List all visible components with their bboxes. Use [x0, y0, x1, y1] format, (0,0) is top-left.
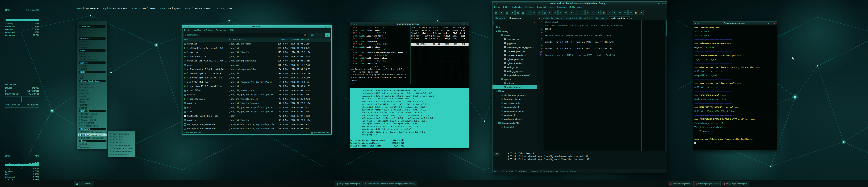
menu-item[interactable]: Paramètres › — [77, 103, 107, 106]
clear-icon[interactable]: ⊗ — [533, 22, 535, 24]
task-button[interactable]: FSearch — [81, 181, 94, 186]
menu-item[interactable]: Graphisme › — [77, 89, 107, 91]
shade-icon[interactable] — [188, 26, 189, 28]
toolbar-button[interactable]: ▾ — [499, 10, 504, 15]
task-button[interactable]: scale-hdmi.sh - /home/kraynux/.config/op… — [363, 181, 417, 186]
toolbar-button[interactable]: ⊖ — [564, 10, 568, 15]
menu-item[interactable]: Multimédia › — [77, 91, 107, 95]
close-button[interactable] — [329, 26, 330, 28]
menu-item[interactable]: Accessoires › — [77, 83, 107, 86]
menu-entry[interactable]: Aide — [230, 29, 234, 32]
menu-item[interactable]: PcmanFiles › — [77, 55, 107, 58]
toolbar-button[interactable]: ▤ — [494, 10, 498, 15]
toolbar-button[interactable]: ▾ — [612, 10, 617, 15]
submenu-item[interactable]: SCREEN Resolution — [108, 150, 135, 153]
shade-icon[interactable] — [356, 23, 357, 25]
menu-item[interactable]: DISPLAY Management › — [78, 134, 107, 137]
resources-titlebar[interactable]: Ressources système — [693, 22, 777, 25]
tree-item[interactable]: ▾ display-management.sh — [493, 93, 537, 97]
menu-entry[interactable]: Construire — [557, 6, 566, 8]
expander-icon[interactable]: ▾ — [496, 90, 498, 92]
menu-entry[interactable]: Éditer — [503, 6, 509, 8]
expander-icon[interactable]: ▾ — [499, 35, 500, 36]
menu-item[interactable]: Bureautique › — [77, 98, 107, 101]
menu-item[interactable]: CLEAN Network › — [77, 118, 107, 121]
menu-entry[interactable]: Affichage — [525, 6, 534, 8]
tree-item[interactable]: ▾ right-append.csv — [493, 57, 537, 61]
table-row[interactable]: qt6-webengine-6.10.2-1-x86_64.p... /var/… — [182, 67, 332, 72]
task-button[interactable]: Ressources système — [668, 181, 692, 186]
menu-search-input[interactable] — [81, 22, 102, 24]
close-button[interactable] — [466, 23, 468, 25]
table-row[interactable]: librustdesk.so /usr/share/rustdesk/lib 4… — [182, 97, 332, 101]
editor-scrollbar[interactable] — [665, 20, 667, 151]
menu-item[interactable]: DESKTOP Configuration › — [77, 137, 107, 139]
tree-item[interactable]: ▾ places-prepend.csv — [493, 53, 537, 57]
column-header[interactable]: Date de modification▲ — [289, 38, 332, 42]
toolbar-button[interactable]: ↶ — [548, 10, 552, 15]
menu-item[interactable]: Firefox › — [77, 40, 107, 43]
toolbar-button[interactable]: ✋ — [634, 10, 638, 15]
minimize-button[interactable] — [658, 2, 659, 4]
menu-entry[interactable]: Aide — [578, 6, 582, 8]
table-row[interactable]: omni.ja /usr/lib/firefox/browser 46,1 Mo… — [182, 101, 332, 106]
maximize-button[interactable] — [463, 23, 465, 25]
close-button[interactable] — [664, 2, 666, 4]
tabs-scroll-right-icon[interactable]: ▶ — [630, 17, 633, 19]
sidebar-tab[interactable]: Documents — [507, 16, 523, 20]
toolbar-button[interactable]: ⧉ — [532, 10, 536, 15]
table-row[interactable]: libwebkit2gtk-4.0.so.37.74.8 /usr/lib 88… — [182, 76, 332, 80]
maximize-button[interactable] — [661, 2, 663, 4]
toolbar-button[interactable]: ⇱ — [623, 10, 627, 15]
submenu-item[interactable]: WINDOWS replace — [108, 144, 135, 147]
fsearch-titlebar[interactable]: FSearch — [182, 25, 332, 28]
menu-item[interactable]: Other › — [79, 140, 106, 142]
tree-item[interactable]: ▾ vpn-pipe.sh — [493, 113, 537, 117]
menu-launcher-button[interactable]: ▦ — [74, 181, 80, 186]
menu-item[interactable]: Note › — [79, 71, 106, 73]
submenu-item[interactable]: CALIBRATE No Ghost — [108, 147, 135, 150]
menu-item[interactable]: Files › — [79, 49, 106, 52]
menu-item[interactable]: Keybindings › — [77, 143, 107, 146]
expander-icon[interactable]: ▾ — [499, 78, 500, 80]
menu-item[interactable]: STATUS Network › — [77, 113, 107, 115]
table-row[interactable]: libQt6WebEngineCore.so.6.10.2 /usr/lib 1… — [182, 46, 332, 50]
shade-icon[interactable] — [700, 22, 701, 24]
toolbar-button[interactable]: ▧ — [521, 10, 525, 15]
toolbar-button[interactable]: ✂ — [537, 10, 541, 15]
shade-icon[interactable] — [496, 2, 497, 4]
menu-item[interactable]: Autres › — [77, 101, 107, 103]
menu-entry[interactable]: Outils — [569, 6, 575, 8]
editor-tab[interactable]: superclick-desktop.conf✕ — [564, 16, 592, 20]
menu-entry[interactable]: Document — [536, 6, 546, 8]
tree-item[interactable]: ▾ jgtype.csv — [493, 41, 537, 45]
toolbar-button[interactable]: ← — [575, 10, 579, 15]
toolbar-button[interactable]: ⚙ — [585, 10, 590, 15]
tree-item[interactable]: ▾ bin — [493, 89, 537, 93]
maximize-button[interactable] — [325, 26, 327, 28]
search-input[interactable] — [187, 34, 303, 36]
table-row[interactable]: nordvpn_4.4.0_amd64.deb /home/kraynux/.c… — [182, 122, 332, 127]
tree-item[interactable]: ▾ right-prepend.csv — [493, 61, 537, 65]
menu-item[interactable]: Kitty › — [77, 34, 107, 37]
submenu-item[interactable]: SCREEN Position — [108, 153, 135, 156]
toolbar-button[interactable]: ⇲ — [628, 10, 633, 15]
menu-entry[interactable]: Affichage — [204, 29, 213, 32]
menu-item[interactable]: MACHINE Ressources › — [77, 130, 107, 134]
submenu-item[interactable]: HDMI-LVDS — [108, 141, 135, 144]
tree-item[interactable]: ▾ .config — [493, 30, 537, 33]
column-header[interactable]: Chemin d'accès▲ — [228, 38, 274, 42]
menu-entry[interactable]: Fichier — [494, 6, 500, 8]
menu-item[interactable]: Terminator › — [77, 28, 107, 31]
submenu-item[interactable]: VGA-LVDS — [108, 138, 135, 141]
toolbar-button[interactable]: ↺ — [526, 10, 531, 15]
menu-item[interactable]: Développement › — [77, 86, 107, 89]
menu-item[interactable]: Geany › — [77, 65, 107, 67]
menu-item[interactable]: Falkon › — [77, 46, 107, 49]
tree-item[interactable]: ▾ scale-hdmi.sh — [493, 85, 537, 89]
table-row[interactable]: chromium /usr/lib/chromium 296,9 Mo 2026… — [182, 42, 332, 46]
table-row[interactable]: omni.ja /usr/lib/firefox 41,3 Mo 2026-02… — [182, 118, 332, 122]
table-row[interactable]: cc1 /usr/lib/gcc/x86_64-pc-linux-gnu/15.… — [182, 106, 332, 110]
toolbar-button[interactable]: ▾ — [639, 10, 644, 15]
menu-item[interactable]: Chromium › — [77, 43, 107, 46]
